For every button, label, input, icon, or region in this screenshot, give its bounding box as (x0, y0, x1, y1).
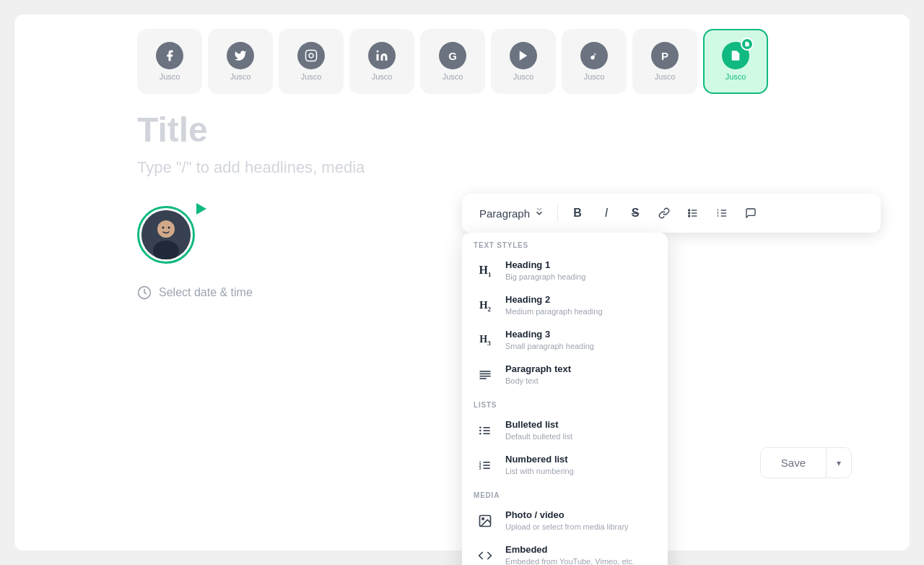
embed-desc: Embeded from YouTube, Vimeo, etc. (505, 556, 635, 565)
photo-video-item[interactable]: Photo / video Upload or select from medi… (462, 504, 668, 538)
social-icons-row: Jusco Jusco Jusco Jusco G Jusco (14, 14, 910, 103)
svg-rect-0 (306, 51, 317, 61)
h3-icon: H3 (474, 329, 497, 352)
paragraph-text-group: Paragraph text Body text (505, 363, 571, 386)
svg-point-35 (479, 427, 481, 429)
comment-button[interactable] (738, 201, 763, 225)
svg-point-11 (168, 227, 170, 229)
instagram-label: Jusco (301, 72, 322, 81)
text-style-dropdown: TEXT STYLES H1 Heading 1 Big paragraph h… (462, 233, 668, 565)
heading2-desc: Medium paragraph heading (505, 306, 603, 316)
youtube-icon (510, 42, 537, 69)
linkedin-icon (368, 42, 396, 69)
embed-item[interactable]: Embeded Embeded from YouTube, Vimeo, etc… (462, 538, 668, 565)
italic-button[interactable]: I (594, 201, 619, 225)
strikethrough-button[interactable]: S (623, 201, 648, 225)
twitter-icon (227, 42, 254, 69)
social-icon-doc[interactable]: Jusco (703, 29, 768, 94)
save-button-group: Save ▾ (760, 447, 852, 478)
heading2-text: Heading 2 Medium paragraph heading (505, 294, 603, 316)
svg-point-3 (377, 51, 379, 53)
heading3-desc: Small paragraph heading (505, 341, 594, 351)
toolbar-divider-1 (557, 204, 558, 222)
facebook-label: Jusco (160, 72, 180, 81)
numbered-list-text: Numbered list List with numbering (505, 454, 574, 476)
pinterest-label: Jusco (655, 72, 676, 81)
facebook-icon (156, 42, 183, 69)
avatar (141, 210, 191, 259)
photo-video-desc: Upload or select from media library (505, 522, 629, 532)
embed-icon (474, 544, 497, 565)
google-icon: G (439, 42, 466, 69)
numbered-list-button[interactable]: 1 2 3 (710, 201, 734, 225)
doc-icon (722, 42, 749, 69)
link-button[interactable] (652, 201, 676, 225)
linkedin-label: Jusco (372, 72, 393, 81)
lists-section-label: LISTS (462, 392, 668, 413)
heading3-item[interactable]: H3 Heading 3 Small paragraph heading (462, 323, 668, 358)
save-dropdown-button[interactable]: ▾ (827, 448, 851, 478)
social-icon-twitter[interactable]: Jusco (208, 29, 273, 94)
tiktok-icon (580, 42, 608, 69)
paragraph-text-title: Paragraph text (505, 363, 571, 376)
bulleted-list-text: Bulleted list Default bulleted list (505, 419, 572, 441)
bulleted-list-title: Bulleted list (505, 419, 572, 431)
youtube-label: Jusco (513, 72, 534, 81)
svg-marker-4 (520, 51, 528, 61)
media-section-label: MEDIA (462, 483, 668, 504)
social-icon-facebook[interactable]: Jusco (137, 29, 202, 94)
avatar-ring (137, 206, 195, 264)
svg-rect-2 (377, 54, 379, 61)
social-icon-google[interactable]: G Jusco (420, 29, 485, 94)
doc-label: Jusco (725, 72, 746, 81)
social-icon-linkedin[interactable]: Jusco (349, 29, 414, 94)
bulleted-list-item[interactable]: Bulleted list Default bulleted list (462, 413, 668, 448)
date-placeholder-text: Select date & time (159, 286, 253, 299)
numbered-list-icon: 1 2 3 (474, 454, 497, 477)
heading1-desc: Big paragraph heading (505, 272, 585, 282)
photo-video-title: Photo / video (505, 509, 629, 522)
embed-text: Embeded Embeded from YouTube, Vimeo, etc… (505, 544, 635, 565)
svg-point-10 (162, 227, 165, 229)
paragraph-selector[interactable]: Paragraph (474, 204, 550, 223)
instagram-icon (297, 42, 325, 69)
main-canvas: Jusco Jusco Jusco Jusco G Jusco (14, 14, 910, 551)
social-icon-instagram[interactable]: Jusco (279, 29, 344, 94)
svg-point-16 (689, 210, 690, 211)
bulleted-list-desc: Default bulleted list (505, 431, 572, 441)
twitter-label: Jusco (230, 72, 251, 81)
save-button[interactable]: Save (761, 448, 827, 478)
bullet-list-icon (474, 419, 497, 442)
paragraph-text-item[interactable]: Paragraph text Body text (462, 358, 668, 392)
svg-point-8 (157, 220, 175, 238)
social-icon-tiktok[interactable]: Jusco (562, 29, 627, 94)
avatar-pointer (196, 203, 206, 215)
tiktok-label: Jusco (584, 72, 605, 81)
heading3-text: Heading 3 Small paragraph heading (505, 329, 594, 351)
svg-point-36 (479, 430, 481, 432)
heading1-item[interactable]: H1 Heading 1 Big paragraph heading (462, 254, 668, 288)
numbered-list-item[interactable]: 1 2 3 Numbered list List with numbering (462, 448, 668, 483)
bold-button[interactable]: B (565, 201, 590, 225)
paragraph-label: Paragraph (479, 207, 530, 220)
doc-badge (741, 38, 754, 51)
formatting-toolbar: Paragraph B I S 1 2 (462, 194, 881, 233)
svg-point-37 (479, 433, 481, 435)
heading1-title: Heading 1 (505, 259, 585, 272)
svg-text:3: 3 (479, 467, 481, 470)
numbered-list-desc: List with numbering (505, 466, 574, 476)
text-styles-section-label: TEXT STYLES (462, 233, 668, 254)
svg-text:3: 3 (717, 214, 719, 217)
heading2-item[interactable]: H2 Heading 2 Medium paragraph heading (462, 288, 668, 323)
page-subtitle: Type "/" to add headlines, media (137, 158, 881, 177)
bullets-button[interactable] (681, 201, 705, 225)
page-title: Title (137, 110, 881, 150)
paragraph-text-desc: Body text (505, 376, 571, 386)
heading2-title: Heading 2 (505, 294, 603, 306)
social-icon-pinterest[interactable]: P Jusco (632, 29, 697, 94)
heading1-text: Heading 1 Big paragraph heading (505, 259, 585, 282)
svg-point-45 (482, 518, 484, 520)
social-icon-youtube[interactable]: Jusco (491, 29, 556, 94)
google-label: Jusco (443, 72, 463, 81)
photo-video-text: Photo / video Upload or select from medi… (505, 509, 629, 532)
